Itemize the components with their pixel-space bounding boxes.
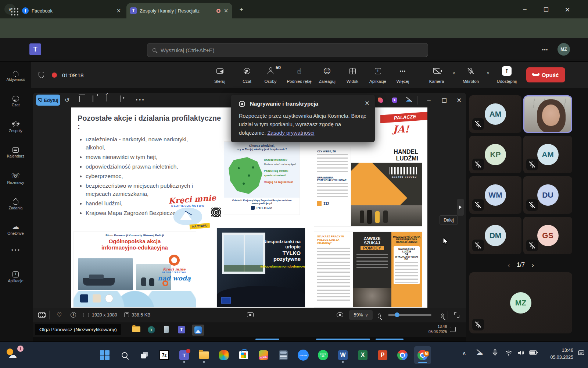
visual-search-button[interactable] [247, 312, 254, 317]
tray-expand-button[interactable]: ∧ [462, 350, 466, 356]
print-button[interactable] [93, 96, 93, 102]
taskbar-word[interactable]: W [336, 348, 350, 362]
slideshow-button[interactable] [121, 96, 121, 102]
dalej-tooltip: Dalej [440, 215, 458, 224]
participant-tile[interactable]: KP [469, 136, 521, 173]
sidebar-item-tasks[interactable]: Zadania [0, 194, 31, 215]
zoom-out-button[interactable]: − [378, 314, 381, 318]
text-placeholder [356, 254, 388, 270]
taskbar-zoom[interactable]: zoom [296, 348, 311, 362]
clock-date: 05.03.2025 [550, 354, 573, 361]
share-button[interactable]: ↑ Udostępnij [490, 66, 524, 85]
delete-button[interactable] [79, 96, 80, 102]
zoom-slider[interactable] [388, 314, 431, 316]
sidebar-item-apps[interactable]: Aplikacje [0, 266, 31, 288]
sidebar-item-onedrive[interactable]: ☁ OneDrive [0, 219, 31, 240]
taskbar-store[interactable] [236, 348, 251, 362]
window-maximize-button[interactable]: □ [538, 4, 555, 15]
participant-tile[interactable]: DU [523, 176, 572, 214]
designer-icon[interactable] [378, 98, 383, 103]
participant-tile[interactable]: AM [469, 95, 521, 133]
tab-teams[interactable]: T Zespoły i kanały | Resocjaliz × [126, 3, 232, 18]
tab-search-chevron-button[interactable]: ∨ [4, 4, 15, 15]
recording-indicator-icon [216, 9, 220, 13]
participant-tile[interactable]: WM [469, 176, 521, 214]
leave-button[interactable]: Opuść [526, 67, 565, 82]
notification-center-icon[interactable] [578, 350, 584, 357]
app-launcher-button[interactable] [11, 8, 12, 10]
close-tab-icon[interactable]: × [223, 7, 229, 14]
carousel-next-button[interactable] [457, 199, 464, 216]
clipchamp-icon[interactable] [392, 98, 397, 103]
fullscreen-button[interactable] [454, 312, 459, 318]
start-button[interactable] [97, 348, 112, 362]
tray-battery-icon[interactable] [529, 350, 538, 357]
taskbar-excel[interactable]: X [355, 348, 370, 362]
taskbar-search-button[interactable] [117, 348, 132, 362]
next-page-icon[interactable]: › [531, 261, 534, 269]
tray-mic-icon[interactable] [492, 349, 498, 358]
sidebar-item-activity[interactable]: Aktywność [0, 66, 31, 87]
window-minimize-button[interactable]: − [516, 4, 533, 15]
taskbar-7zip[interactable]: 7z [157, 348, 172, 362]
teams-more-button[interactable]: ••• [539, 45, 551, 54]
osoby-button[interactable]: 50 Osoby [255, 66, 286, 85]
privacy-policy-link[interactable]: Zasady prywatności [267, 130, 314, 136]
more-button[interactable]: ••• Więcej [387, 66, 419, 85]
participant-tile[interactable]: GS [523, 217, 572, 254]
favorite-button[interactable]: ♡ [57, 311, 62, 318]
zoom-slider-thumb[interactable] [395, 312, 399, 317]
info-button[interactable]: i [71, 312, 76, 318]
bw-filter-icon[interactable] [337, 312, 343, 317]
burglary-text: Niespodzianki na urlopie TYLKO pozytywne… [260, 239, 303, 268]
sidebar-item-teams[interactable]: Zespoły [0, 116, 31, 138]
teams-logo-icon[interactable]: T [29, 43, 41, 55]
taskbar-candy-crush[interactable]: SODA [256, 348, 271, 362]
photos-close-button[interactable]: × [452, 95, 466, 105]
taskbar-teams[interactable]: T [177, 348, 191, 362]
tab-facebook[interactable]: f Facebook × [18, 3, 125, 18]
teams-search[interactable] [147, 43, 428, 57]
taskbar-whatsapp[interactable]: ☏ [316, 348, 330, 362]
raise-hand-button[interactable]: ☝ Podnieś rękę [283, 66, 315, 85]
zoom-level-dropdown[interactable]: 59% ∨ [349, 310, 373, 320]
spotlight-tile[interactable]: MZ [469, 272, 572, 333]
tray-volume-icon[interactable] [517, 350, 525, 357]
share-file-button[interactable] [107, 95, 107, 102]
camera-button[interactable]: Kamera [421, 66, 452, 85]
taskbar-powerpoint[interactable]: P [375, 348, 390, 362]
sidebar-more-button[interactable]: ••• [0, 244, 31, 256]
microphone-button[interactable]: Mikrofon [455, 66, 487, 85]
close-tab-icon[interactable]: × [116, 7, 121, 14]
sidebar-item-chat[interactable]: Czat [0, 91, 31, 112]
taskbar-copilot[interactable] [216, 348, 231, 362]
taskbar-calculator[interactable] [276, 348, 291, 362]
onedrive-slash-icon[interactable]: ☁ [406, 96, 412, 103]
window-close-button[interactable]: × [559, 4, 576, 15]
participant-tile[interactable]: AM [523, 136, 572, 173]
sidebar-item-calls[interactable]: ☏ Rozmowy [0, 168, 31, 189]
new-tab-button[interactable]: + [237, 5, 246, 14]
filmstrip-button[interactable] [38, 312, 46, 318]
photos-restore-button[interactable]: □ [437, 95, 451, 105]
taskbar-chrome-active[interactable]: M [415, 348, 430, 362]
sidebar-item-calendar[interactable]: Kalendarz [0, 142, 31, 163]
prev-page-icon[interactable]: ‹ [508, 261, 510, 269]
tray-wifi-icon[interactable] [505, 350, 512, 357]
participant-tile[interactable]: DM [469, 217, 521, 254]
photos-edit-button[interactable]: Edytuj [36, 95, 60, 106]
photos-more-button[interactable]: ••• [135, 96, 145, 104]
taskbar-explorer[interactable] [197, 348, 211, 362]
taskbar-clock[interactable]: 13:46 05.03.2025 [550, 347, 573, 361]
tray-onedrive-icon[interactable]: ☁ [476, 348, 483, 356]
rotate-button[interactable]: ↺ [65, 96, 69, 104]
toast-close-button[interactable]: × [365, 99, 370, 107]
weather-widget[interactable]: ☁ 1 [5, 346, 24, 365]
task-view-button[interactable] [137, 348, 152, 362]
participant-video-tile[interactable] [523, 95, 572, 133]
zoom-in-button[interactable]: + [441, 314, 444, 318]
search-input[interactable] [160, 47, 423, 54]
photos-minimize-button[interactable]: − [422, 95, 436, 105]
taskbar-chrome[interactable] [395, 348, 410, 362]
teams-profile-avatar[interactable]: MZ [557, 43, 570, 56]
